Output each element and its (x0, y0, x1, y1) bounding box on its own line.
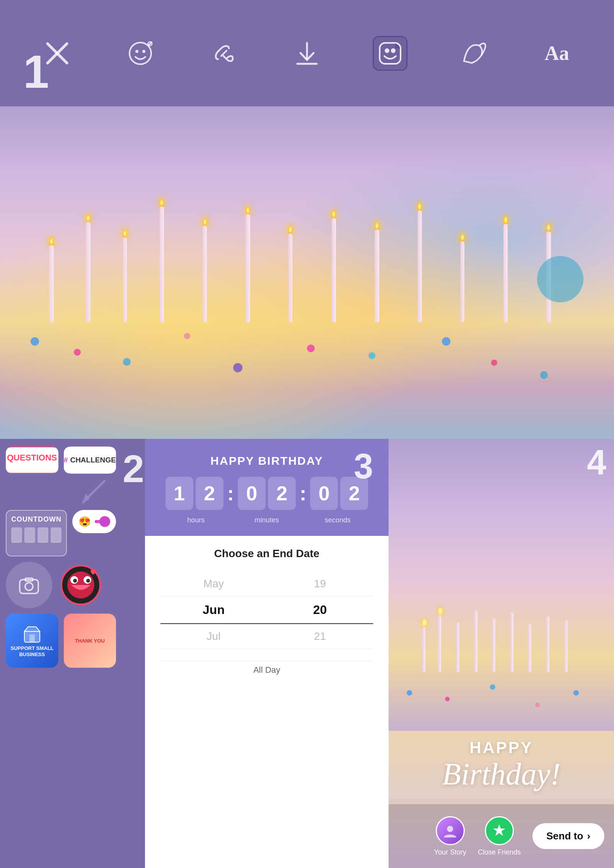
month-next[interactable]: Jul (160, 624, 267, 649)
step-number: 1 (23, 48, 49, 95)
birthday-text-area: HAPPY Birthday! (389, 731, 614, 799)
main-photo-area (0, 106, 614, 439)
text-icon[interactable]: Aa (539, 36, 574, 71)
questions-sticker[interactable]: QUESTIONS (6, 447, 58, 474)
svg-point-2 (130, 43, 151, 64)
svg-point-24 (86, 579, 90, 583)
countdown-display: 1 2 : 0 2 : 0 2 (157, 477, 377, 510)
happy-text: HAPPY (396, 738, 606, 757)
hours-digit-2: 2 (196, 477, 223, 510)
close-friends-icon (485, 816, 514, 845)
thank-you-sticker[interactable]: THANK YOU (64, 614, 116, 668)
draw-icon[interactable] (456, 36, 491, 71)
all-day-label: All Day (160, 661, 373, 675)
close-friends-label: Close Friends (478, 848, 521, 856)
day-prev[interactable]: 19 (267, 571, 373, 597)
hours-digit-1: 1 (165, 477, 193, 510)
svg-point-3 (135, 50, 138, 53)
svg-point-27 (447, 826, 453, 832)
your-story-avatar (436, 816, 465, 845)
your-story-label: Your Story (434, 848, 466, 856)
svg-marker-28 (493, 824, 505, 836)
your-story-button[interactable]: Your Story (434, 816, 466, 856)
toolbar: Aa 1 (0, 0, 614, 106)
svg-rect-26 (29, 634, 35, 642)
birthday-preview-panel: 4 HAPPY Birthday! (389, 439, 614, 868)
svg-point-4 (142, 50, 145, 53)
link-icon[interactable] (206, 36, 241, 71)
day-next[interactable]: 21 (267, 624, 373, 649)
birthday-image (389, 439, 614, 731)
voice-sticker[interactable] (58, 562, 104, 608)
countdown-sticker[interactable]: COUNTDOWN (6, 510, 67, 556)
countdown-widget: 3 HAPPY BIRTHDAY 1 2 : 0 2 : 0 2 hours m… (145, 439, 389, 536)
sticker-bottom-row: SUPPORT SMALL BUSINESS THANK YOU (6, 614, 116, 668)
minutes-digit-2: 2 (268, 477, 296, 510)
svg-marker-15 (83, 494, 90, 502)
colon-2: : (300, 482, 306, 505)
send-to-label: Send to (546, 830, 583, 842)
sticker-arrow (6, 479, 108, 506)
sticker-panel: QUESTIONS # CHALLENGE COUNTDOWN (0, 439, 122, 868)
date-columns: May Jun Jul 19 20 21 (160, 571, 373, 649)
support-small-business-sticker[interactable]: SUPPORT SMALL BUSINESS (6, 614, 58, 668)
countdown-title: HAPPY BIRTHDAY (157, 454, 377, 467)
date-picker-title: Choose an End Date (160, 547, 373, 560)
slider-sticker[interactable]: 😍 (72, 510, 116, 533)
challenge-sticker[interactable]: # CHALLENGE (64, 447, 116, 474)
colon-1: : (227, 482, 234, 505)
emoji-add-icon[interactable] (123, 36, 158, 71)
countdown-panel: 3 HAPPY BIRTHDAY 1 2 : 0 2 : 0 2 hours m… (145, 439, 389, 868)
date-picker: Choose an End Date May Jun Jul 19 20 21 … (145, 536, 389, 868)
seconds-digit-1: 0 (310, 477, 338, 510)
month-column: May Jun Jul (160, 571, 267, 649)
camera-sticker[interactable] (6, 562, 52, 608)
sticker-icon[interactable] (373, 36, 408, 71)
countdown-labels: hours minutes seconds (157, 516, 377, 524)
month-selected[interactable]: Jun (160, 597, 267, 624)
step-2-panel: 2 (122, 439, 145, 868)
questions-label[interactable]: QUESTIONS (6, 447, 58, 474)
step-3-number: 3 (354, 447, 373, 486)
hours-label: hours (160, 516, 231, 524)
svg-point-11 (391, 48, 396, 53)
day-selected[interactable]: 20 (267, 597, 373, 624)
candles-background (0, 106, 614, 439)
minutes-digit-1: 0 (238, 477, 266, 510)
close-friends-button[interactable]: Close Friends (478, 816, 521, 856)
icon-row (6, 562, 116, 608)
step-4-number: 4 (587, 443, 606, 483)
month-prev[interactable]: May (160, 571, 267, 597)
svg-point-10 (385, 48, 389, 53)
day-column: 19 20 21 (267, 571, 373, 649)
download-icon[interactable] (290, 36, 324, 71)
seconds-label: seconds (302, 516, 373, 524)
share-bar: Your Story Close Friends Send to › (389, 804, 614, 868)
svg-point-17 (25, 583, 33, 590)
send-to-arrow: › (587, 830, 590, 842)
bottom-row: QUESTIONS # CHALLENGE COUNTDOWN (0, 439, 614, 868)
birthday-script: Birthday! (396, 757, 606, 791)
minutes-label: minutes (231, 516, 302, 524)
svg-point-23 (73, 579, 77, 583)
send-to-button[interactable]: Send to › (532, 823, 604, 849)
